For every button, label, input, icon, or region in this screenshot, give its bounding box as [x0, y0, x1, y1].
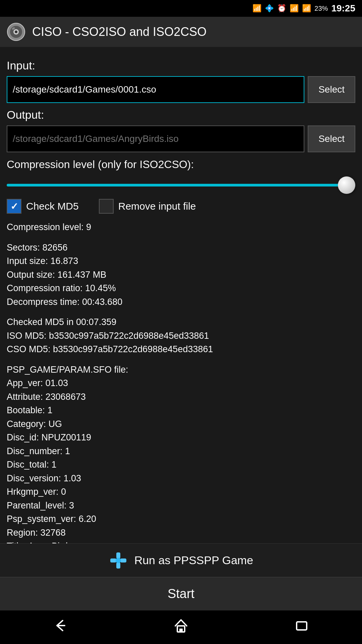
- category-line: Category: UG: [7, 417, 355, 431]
- wifi-icon: 📶: [290, 4, 299, 13]
- bootable-line: Bootable: 1: [7, 404, 355, 417]
- check-md5-checkmark: ✓: [10, 201, 18, 212]
- disc-number-line: Disc_number: 1: [7, 444, 355, 458]
- remove-input-checkbox[interactable]: [99, 199, 114, 214]
- svg-point-3: [15, 31, 17, 33]
- output-select-button[interactable]: Select: [308, 125, 355, 152]
- home-button[interactable]: [173, 617, 189, 637]
- svg-rect-8: [120, 558, 126, 562]
- blank-line-1: [7, 234, 355, 241]
- run-ppsspp-label: Run as PPSSPP Game: [134, 554, 253, 567]
- check-md5-item[interactable]: ✓ Check MD5: [7, 199, 79, 214]
- psp-system-ver-line: Psp_system_ver: 6.20: [7, 512, 355, 526]
- disc-total-line: Disc_total: 1: [7, 458, 355, 472]
- sectors-line: Sectors: 82656: [7, 241, 355, 255]
- recents-button[interactable]: [293, 617, 310, 637]
- back-button[interactable]: [52, 617, 69, 637]
- status-icons: 📶 💠 ⏰ 📶 📶 23% 19:25: [252, 3, 355, 14]
- disc-version-line: Disc_version: 1.03: [7, 472, 355, 485]
- input-row: Select: [7, 76, 355, 103]
- bottom-buttons: Run as PPSSPP Game Start: [0, 543, 362, 610]
- input-file-field[interactable]: [7, 76, 304, 103]
- disc-id-line: Disc_id: NPUZ00119: [7, 431, 355, 444]
- battery-percent: 23%: [314, 5, 328, 12]
- compression-ratio-line: Compression ratio: 10.45%: [7, 281, 355, 295]
- slider-track: [7, 184, 355, 186]
- svg-rect-7: [110, 558, 116, 562]
- svg-point-9: [116, 558, 121, 563]
- start-label: Start: [168, 587, 194, 601]
- alarm-icon: ⏰: [277, 4, 286, 13]
- decompress-time-line: Decompress time: 00:43.680: [7, 295, 355, 309]
- app-ver-line: App_ver: 01.03: [7, 376, 355, 390]
- hrkgmp-ver-line: Hrkgmp_ver: 0: [7, 485, 355, 499]
- cso-md5-line: CSO MD5: b3530c997a5b722c2d6988e45ed3386…: [7, 342, 355, 356]
- status-bar: 📶 💠 ⏰ 📶 📶 23% 19:25: [0, 0, 362, 17]
- output-label: Output:: [7, 108, 355, 121]
- region-line: Region: 32768: [7, 526, 355, 540]
- start-button[interactable]: Start: [0, 577, 362, 610]
- check-md5-label: Check MD5: [26, 201, 79, 212]
- battery-indicator: 23%: [314, 5, 328, 12]
- svg-rect-12: [297, 622, 307, 630]
- remove-input-label: Remove input file: [118, 201, 196, 212]
- attribute-line: Attribute: 23068673: [7, 390, 355, 404]
- output-info: Compression level: 9 Sectors: 82656 Inpu…: [7, 220, 355, 580]
- nav-bar: [0, 610, 362, 644]
- svg-rect-6: [116, 562, 120, 569]
- compression-slider-container: [7, 177, 355, 194]
- input-select-button[interactable]: Select: [308, 76, 355, 103]
- run-ppsspp-button[interactable]: Run as PPSSPP Game: [0, 543, 362, 577]
- output-size-line: Output size: 161.437 MB: [7, 268, 355, 282]
- app-icon: [7, 22, 25, 41]
- compression-level-line: Compression level: 9: [7, 220, 355, 234]
- param-sfo-line: PSP_GAME/PARAM.SFO file:: [7, 363, 355, 377]
- status-time: 19:25: [331, 3, 355, 14]
- title-bar: CISO - CSO2ISO and ISO2CSO: [0, 17, 362, 47]
- checked-md5-line: Checked MD5 in 00:07.359: [7, 315, 355, 329]
- input-size-line: Input size: 16.873: [7, 254, 355, 268]
- bluetooth-icon: 📶: [252, 4, 261, 13]
- options-row: ✓ Check MD5 Remove input file: [7, 199, 355, 214]
- svg-rect-11: [179, 629, 183, 632]
- parental-level-line: Parental_level: 3: [7, 499, 355, 513]
- iso-md5-line: ISO MD5: b3530c997a5b722c2d6988e45ed3386…: [7, 329, 355, 343]
- remove-input-item[interactable]: Remove input file: [99, 199, 196, 214]
- ppsspp-icon: [109, 551, 128, 570]
- compression-label: Compression level (only for ISO2CSO):: [7, 158, 355, 171]
- output-file-field[interactable]: [7, 125, 304, 152]
- output-row: Select: [7, 125, 355, 152]
- svg-rect-5: [116, 552, 120, 558]
- blank-line-3: [7, 356, 355, 363]
- app-title: CISO - CSO2ISO and ISO2CSO: [32, 25, 206, 39]
- input-label: Input:: [7, 59, 355, 72]
- nfc-icon: 💠: [265, 4, 274, 13]
- signal-icon: 📶: [302, 4, 311, 13]
- blank-line-2: [7, 309, 355, 315]
- check-md5-checkbox[interactable]: ✓: [7, 199, 21, 214]
